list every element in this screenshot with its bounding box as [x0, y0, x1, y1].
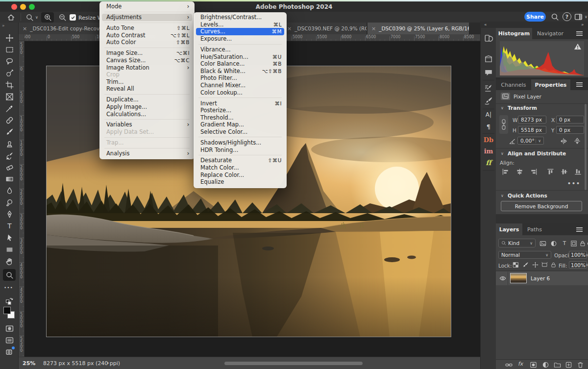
menu-item-desaturate[interactable]: Desaturate⇧⌘U — [194, 157, 287, 164]
menu-item-variables[interactable]: Variables› — [99, 121, 195, 128]
toolbar-expand-button[interactable]: » — [2, 23, 5, 28]
workspace-switcher-button[interactable]: ∨ — [574, 13, 588, 21]
x-field[interactable]: 0 px — [556, 116, 584, 123]
flip-vertical-button[interactable] — [573, 137, 581, 145]
menu-item-auto-tone[interactable]: Auto Tone⇧⌘L — [99, 25, 195, 32]
lasso-tool[interactable] — [4, 56, 14, 66]
eyedropper-tool[interactable] — [4, 103, 14, 113]
healing-brush-tool[interactable] — [4, 115, 14, 125]
menu-item-match-color[interactable]: Match Color... — [194, 164, 287, 172]
menu-item-hdr-toning[interactable]: HDR Toning... — [194, 146, 287, 153]
chevron-down-icon[interactable]: ∨ — [501, 194, 504, 198]
tab-navigator[interactable]: Navigator — [532, 28, 568, 39]
toolbar-more-button[interactable]: ••• — [4, 285, 13, 290]
close-icon[interactable]: × — [287, 25, 292, 32]
tab-histogram[interactable]: Histogram — [496, 28, 532, 39]
history-brush-tool[interactable] — [4, 150, 14, 160]
move-tool[interactable] — [4, 33, 14, 43]
panel-menu-icon[interactable] — [576, 31, 583, 36]
layer-row-selected[interactable]: Layer 6 — [496, 271, 588, 285]
lock-all-button[interactable] — [550, 262, 557, 268]
menu-item-adjustments[interactable]: Adjustments› — [102, 14, 192, 21]
frame-tool[interactable] — [4, 92, 14, 101]
menu-item-hue-saturation[interactable]: Hue/Saturation...⌘U — [194, 53, 287, 60]
fill-field[interactable]: 100% ∨ — [569, 261, 587, 269]
menu-item-brightness-contrast[interactable]: Brightness/Contrast... — [194, 14, 287, 21]
new-layer-button[interactable] — [565, 361, 572, 369]
pen-tool[interactable] — [4, 209, 14, 219]
home-button[interactable] — [7, 13, 15, 22]
minimize-window-button[interactable] — [20, 4, 26, 10]
transform-section-title[interactable]: Transform — [508, 105, 537, 111]
link-dimensions-button[interactable] — [499, 115, 508, 134]
menu-item-gradient-map[interactable]: Gradient Map... — [194, 121, 287, 128]
align-center-vertical-button[interactable] — [561, 168, 568, 175]
menu-item-channel-mixer[interactable]: Channel Mixer... — [194, 82, 287, 89]
menu-item-color-balance[interactable]: Color Balance...⌘B — [194, 60, 287, 68]
help-button[interactable]: ? — [563, 12, 571, 21]
close-window-button[interactable] — [11, 4, 17, 10]
extension-ff-button[interactable]: ff — [481, 159, 496, 167]
expand-panels-icon[interactable]: » — [581, 22, 584, 27]
search-button[interactable] — [551, 13, 559, 21]
menu-item-invert[interactable]: Invert⌘I — [194, 99, 287, 107]
menu-item-image-rotation[interactable]: Image Rotation› — [99, 64, 195, 71]
lock-transparent-button[interactable] — [513, 262, 519, 268]
chevron-down-icon[interactable]: ∨ — [536, 139, 541, 143]
zoom-tool-selected[interactable] — [3, 269, 16, 281]
tab-layers[interactable]: Layers — [496, 223, 522, 235]
menu-item-photo-filter[interactable]: Photo Filter... — [194, 74, 287, 82]
layer-thumbnail[interactable] — [510, 273, 527, 283]
zoom-level-field[interactable]: 25% — [23, 360, 35, 367]
clone-stamp-tool[interactable] — [4, 139, 14, 148]
align-top-button[interactable] — [547, 168, 554, 175]
comments-panel-button[interactable] — [484, 68, 493, 77]
object-selection-tool[interactable] — [4, 68, 14, 78]
menu-item-image-size[interactable]: Image Size...⌥⌘I — [99, 49, 195, 57]
quick-actions-title[interactable]: Quick Actions — [508, 193, 547, 198]
menu-item-equalize[interactable]: Equalize — [194, 178, 287, 186]
flip-horizontal-button[interactable] — [560, 137, 567, 145]
document-tab-3-active[interactable]: × _DSC0390 @ 25% (Layer 6, RGB/16) * — [368, 23, 469, 34]
menu-item-black-white[interactable]: Black & White...⌥⇧⌘B — [194, 68, 287, 75]
link-layers-button[interactable] — [505, 361, 513, 369]
libraries-panel-button[interactable] — [484, 54, 493, 63]
marquee-tool[interactable] — [4, 45, 14, 54]
brushes-panel-button[interactable] — [484, 97, 493, 105]
paragraph-panel-button[interactable]: ¶ — [481, 123, 496, 130]
resize-windows-checkbox[interactable] — [70, 14, 76, 21]
lock-artboard-button[interactable] — [541, 262, 548, 268]
zoom-tool-options[interactable]: ∨ — [25, 13, 38, 22]
remove-background-button[interactable]: Remove Background — [501, 201, 582, 211]
menu-item-levels[interactable]: Levels...⌘L — [194, 21, 287, 28]
width-field[interactable]: 8273 px — [518, 116, 546, 123]
character-panel-button[interactable]: A| — [481, 111, 496, 118]
chevron-down-icon[interactable]: ∨ — [501, 151, 504, 156]
type-tool[interactable]: T — [4, 221, 14, 231]
menu-item-reveal-all[interactable]: Reveal All — [99, 85, 195, 93]
gradient-tool[interactable] — [4, 174, 14, 184]
add-mask-button[interactable] — [530, 361, 537, 369]
tab-channels[interactable]: Channels — [496, 79, 531, 90]
menu-item-replace-color[interactable]: Replace Color... — [194, 171, 287, 178]
blend-mode-dropdown[interactable]: Normal ∨ — [498, 251, 551, 259]
panel-scrollbar[interactable] — [585, 104, 587, 190]
collapse-panels-icon[interactable]: « — [484, 22, 487, 27]
align-left-button[interactable] — [502, 168, 509, 175]
menu-item-exposure[interactable]: Exposure... — [194, 35, 287, 43]
document-tab-2[interactable]: × _DSC0390.NEF @ 20,9% (RGB/16... — [283, 23, 367, 34]
close-icon[interactable]: × — [23, 25, 27, 32]
shape-tool[interactable] — [4, 245, 14, 254]
align-more-button[interactable]: ••• — [567, 180, 581, 187]
layer-style-button[interactable]: fx — [518, 361, 523, 367]
menu-item-mode[interactable]: Mode› — [99, 3, 195, 10]
blur-tool[interactable] — [4, 186, 14, 196]
quick-mask-button[interactable] — [4, 323, 14, 333]
close-icon[interactable]: × — [371, 25, 376, 32]
zoom-in-button[interactable] — [41, 12, 54, 23]
screen-mode-button[interactable] — [4, 335, 14, 345]
layer-visibility-toggle[interactable] — [499, 275, 506, 282]
new-group-button[interactable] — [554, 361, 561, 369]
brush-settings-panel-button[interactable] — [484, 84, 493, 93]
share-button[interactable]: Share — [524, 12, 546, 22]
